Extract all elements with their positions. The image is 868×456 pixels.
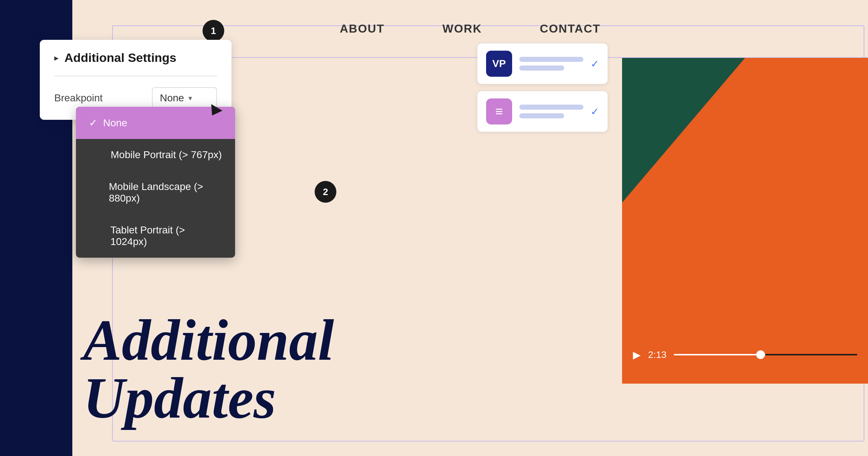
play-button[interactable]: ▶ <box>633 349 641 361</box>
settings-header: ▸ Additional Settings <box>54 51 217 65</box>
plugin-card-elementor: ≡ ✓ <box>477 91 608 132</box>
plugin-vp-bars <box>519 57 583 71</box>
breakpoint-dropdown-menu: ✓ None Mobile Portrait (> 767px) Mobile … <box>76 107 235 258</box>
plugin-bar-2 <box>519 66 564 71</box>
progress-bar[interactable] <box>674 354 857 355</box>
settings-collapse-arrow[interactable]: ▸ <box>54 53 59 63</box>
nav-work[interactable]: WORK <box>442 22 482 35</box>
breakpoint-row: Breakpoint None ▾ <box>54 87 217 109</box>
badge-1: 1 <box>203 20 224 42</box>
dark-green-triangle <box>622 58 745 203</box>
check-icon: ✓ <box>89 117 97 129</box>
settings-title: Additional Settings <box>64 51 176 65</box>
badge-2: 2 <box>315 181 336 203</box>
plugin-vp-icon: VP <box>486 51 512 77</box>
settings-divider <box>54 76 217 76</box>
breakpoint-select[interactable]: None ▾ <box>152 87 217 109</box>
dropdown-tablet-portrait-label: Tablet Portrait (> 1024px) <box>110 224 222 248</box>
plugin-card-vp: VP ✓ <box>477 43 608 84</box>
dropdown-item-mobile-landscape[interactable]: Mobile Landscape (> 880px) <box>76 171 235 214</box>
nav-contact[interactable]: CONTACT <box>540 22 601 35</box>
plugin-elementor-bars <box>519 105 583 118</box>
breakpoint-label: Breakpoint <box>54 92 145 104</box>
plugin-bar-4 <box>519 113 564 118</box>
heading-line-2: Updates <box>83 369 334 427</box>
dropdown-none-label: None <box>103 117 127 129</box>
graphic-area: ▶ 2:13 <box>622 58 868 384</box>
select-dropdown-arrow: ▾ <box>188 94 192 102</box>
dropdown-mobile-portrait-label: Mobile Portrait (> 767px) <box>111 149 222 161</box>
heading-line-1: Additional <box>83 311 334 369</box>
plugin-elementor-icon: ≡ <box>486 98 512 124</box>
main-heading: Additional Updates <box>83 311 334 427</box>
plugin-panels: VP ✓ ≡ ✓ <box>477 43 608 132</box>
selected-value: None <box>160 92 184 104</box>
video-bar: ▶ 2:13 <box>633 344 857 366</box>
dropdown-mobile-landscape-label: Mobile Landscape (> 880px) <box>109 181 222 204</box>
progress-dark-section <box>765 354 857 355</box>
plugin-vp-check: ✓ <box>591 58 599 70</box>
nav-about[interactable]: ABOUT <box>340 22 384 35</box>
video-time: 2:13 <box>648 349 667 360</box>
plugin-elementor-check: ✓ <box>591 106 599 118</box>
progress-dot[interactable] <box>756 350 765 359</box>
plugin-bar-3 <box>519 105 583 110</box>
dropdown-item-mobile-portrait[interactable]: Mobile Portrait (> 767px) <box>76 139 235 171</box>
plugin-bar-1 <box>519 57 583 62</box>
dropdown-item-tablet-portrait[interactable]: Tablet Portrait (> 1024px) <box>76 214 235 258</box>
